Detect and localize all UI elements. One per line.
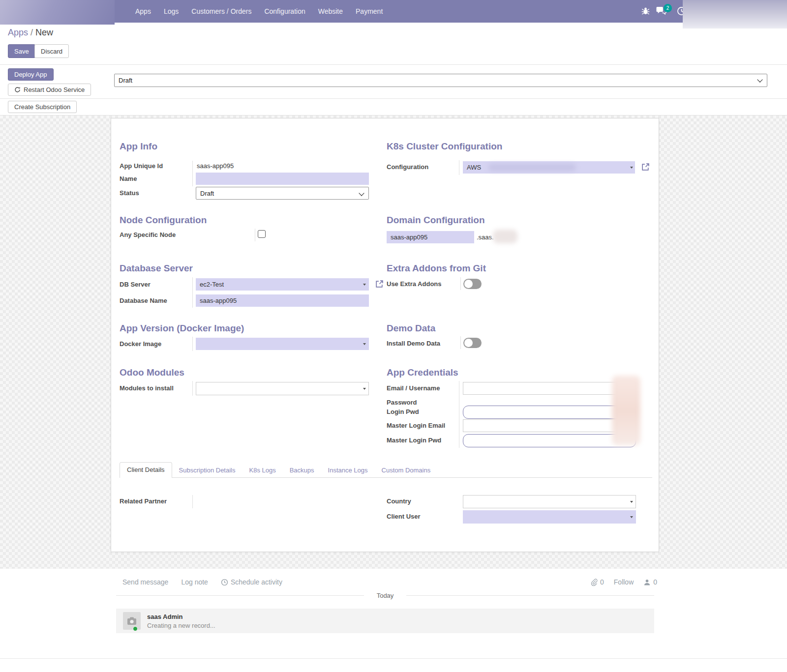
section-title-node: Node Configuration [120, 215, 207, 226]
name-label: Name [120, 175, 137, 182]
refresh-icon [14, 87, 21, 93]
section-title-app-info: App Info [120, 141, 157, 152]
caret-down-icon [363, 343, 366, 345]
message-body: Creating a new record... [147, 622, 215, 629]
modules-to-install-select[interactable] [196, 382, 369, 395]
domain-suffix: .saas. [477, 234, 494, 241]
create-subscription-button[interactable]: Create Subscription [8, 101, 77, 113]
docker-image-label: Docker Image [120, 340, 161, 348]
country-label: Country [387, 497, 411, 505]
install-demo-data-toggle[interactable] [463, 338, 482, 348]
nav-item-apps[interactable]: Apps [129, 7, 157, 15]
db-server-select[interactable]: ec2-Test [196, 278, 369, 291]
install-demo-data-label: Install Demo Data [387, 340, 440, 347]
master-login-pwd-label: Master Login Pwd [387, 437, 441, 444]
any-specific-node-label: Any Specific Node [120, 231, 176, 238]
caret-down-icon [630, 167, 633, 169]
app-unique-id-value: saas-app095 [197, 162, 234, 170]
tab-instance-logs[interactable]: Instance Logs [321, 463, 375, 478]
statusbar-select[interactable]: Draft [114, 74, 767, 87]
master-login-email-label: Master Login Email [387, 422, 445, 429]
notebook-tabs: Client Details Subscription Details K8s … [120, 463, 437, 478]
password-label: Password [387, 399, 417, 406]
use-extra-addons-label: Use Extra Addons [387, 280, 442, 288]
status-label: Status [120, 189, 139, 197]
nav-item-logs[interactable]: Logs [157, 7, 185, 15]
caret-down-icon [363, 388, 366, 390]
chevron-down-icon [359, 190, 364, 196]
debug-bug-icon[interactable] [641, 6, 650, 17]
section-title-app-credentials: App Credentials [387, 367, 458, 378]
section-title-demo-data: Demo Data [387, 323, 435, 334]
nav-item-configuration[interactable]: Configuration [258, 7, 311, 15]
divider [460, 336, 461, 349]
deploy-app-button[interactable]: Deploy App [8, 68, 54, 81]
breadcrumb-apps-link[interactable]: Apps [8, 28, 28, 37]
follow-button[interactable]: Follow [614, 578, 634, 586]
divider [192, 495, 193, 508]
message-author: saas Admin [147, 613, 215, 620]
discard-button[interactable]: Discard [34, 44, 69, 58]
email-username-input[interactable] [463, 382, 635, 395]
status-select[interactable]: Draft [196, 187, 369, 200]
configuration-select[interactable]: AWS [463, 161, 635, 174]
tab-client-details[interactable]: Client Details [120, 462, 172, 478]
section-title-domain: Domain Configuration [387, 215, 484, 226]
email-username-label: Email / Username [387, 384, 440, 392]
name-input[interactable] [196, 173, 369, 185]
log-note-button[interactable]: Log note [181, 578, 208, 586]
paperclip-icon [590, 579, 598, 586]
tab-custom-domains[interactable]: Custom Domains [375, 463, 438, 478]
database-name-input[interactable]: saas-app095 [196, 294, 369, 307]
today-divider: Today [116, 592, 654, 599]
caret-down-icon [630, 501, 633, 503]
master-login-email-input[interactable] [463, 419, 635, 432]
country-select[interactable] [463, 495, 636, 508]
tab-k8s-logs[interactable]: K8s Logs [242, 463, 282, 478]
chatter-message[interactable]: saas Admin Creating a new record... [116, 609, 654, 633]
client-user-select[interactable] [463, 510, 636, 524]
divider [192, 337, 193, 351]
section-title-app-version: App Version (Docker Image) [120, 323, 244, 334]
restart-odoo-service-button[interactable]: Restart Odoo Service [8, 84, 91, 96]
modules-to-install-label: Modules to install [120, 384, 174, 392]
configuration-label: Configuration [387, 163, 428, 171]
configuration-external-link-icon[interactable] [641, 163, 650, 171]
master-login-pwd-input[interactable] [463, 434, 636, 447]
redacted-credentials [612, 376, 640, 445]
tab-subscription-details[interactable]: Subscription Details [172, 463, 242, 478]
divider [192, 381, 193, 396]
avatar [123, 612, 141, 630]
any-specific-node-checkbox[interactable] [258, 230, 266, 238]
divider [0, 98, 787, 99]
login-pwd-input[interactable] [463, 406, 636, 419]
chatter-actions: Send message Log note Schedule activity [122, 578, 282, 586]
docker-image-select[interactable] [196, 338, 369, 350]
db-server-label: DB Server [120, 281, 151, 288]
db-server-external-link-icon[interactable] [375, 280, 384, 288]
online-status-dot [133, 626, 138, 631]
caret-down-icon [630, 516, 633, 518]
schedule-activity-button[interactable]: Schedule activity [221, 578, 282, 586]
caret-down-icon [363, 284, 366, 286]
nav-item-customers-orders[interactable]: Customers / Orders [185, 7, 258, 15]
tab-backups[interactable]: Backups [283, 463, 321, 478]
nav-item-payment[interactable]: Payment [349, 7, 389, 15]
followers-button[interactable]: 0 [643, 578, 657, 586]
section-title-extra-addons: Extra Addons from Git [387, 263, 486, 274]
app-unique-id-label: App Unique Id [120, 162, 163, 170]
subdomain-input[interactable]: saas-app095 [387, 231, 474, 243]
save-button[interactable]: Save [8, 44, 35, 58]
person-icon [643, 579, 651, 586]
chevron-down-icon [757, 77, 762, 82]
divider [192, 277, 193, 308]
attachments-button[interactable]: 0 [590, 578, 604, 586]
divider [0, 658, 787, 659]
send-message-button[interactable]: Send message [122, 578, 168, 586]
redacted-configuration-value [488, 164, 576, 171]
today-label: Today [377, 592, 394, 599]
statusbar-value: Draft [119, 77, 132, 84]
nav-item-website[interactable]: Website [312, 7, 349, 15]
use-extra-addons-toggle[interactable] [463, 279, 482, 289]
login-pwd-label: Login Pwd [387, 408, 419, 415]
